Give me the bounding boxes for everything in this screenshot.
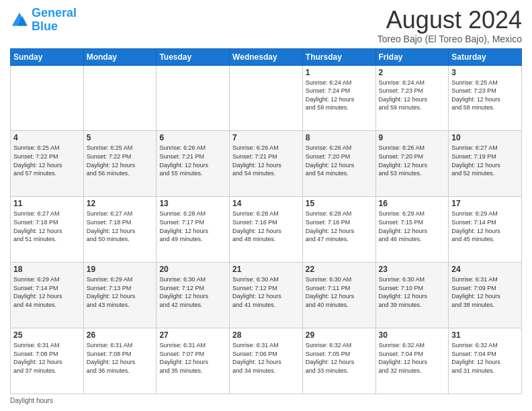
day-cell: 19Sunrise: 6:29 AM Sunset: 7:13 PM Dayli… (83, 263, 157, 328)
day-number: 23 (379, 265, 446, 274)
header-friday: Friday (375, 48, 449, 65)
day-info: Sunrise: 6:24 AM Sunset: 7:23 PM Dayligh… (379, 79, 446, 112)
day-info: Sunrise: 6:25 AM Sunset: 7:23 PM Dayligh… (451, 79, 519, 112)
day-number: 21 (232, 265, 300, 274)
day-info: Sunrise: 6:28 AM Sunset: 7:16 PM Dayligh… (306, 210, 373, 243)
day-info: Sunrise: 6:25 AM Sunset: 7:22 PM Dayligh… (87, 144, 154, 177)
day-cell: 7Sunrise: 6:26 AM Sunset: 7:21 PM Daylig… (230, 131, 303, 197)
header-tuesday: Tuesday (157, 48, 230, 65)
day-cell: 10Sunrise: 6:27 AM Sunset: 7:19 PM Dayli… (449, 131, 522, 197)
day-info: Sunrise: 6:29 AM Sunset: 7:15 PM Dayligh… (379, 210, 446, 243)
main-title: August 2024 (378, 7, 522, 34)
day-info: Sunrise: 6:26 AM Sunset: 7:20 PM Dayligh… (306, 144, 373, 177)
day-cell: 13Sunrise: 6:28 AM Sunset: 7:17 PM Dayli… (157, 197, 230, 263)
day-info: Sunrise: 6:31 AM Sunset: 7:07 PM Dayligh… (159, 341, 226, 375)
day-cell: 15Sunrise: 6:28 AM Sunset: 7:16 PM Dayli… (302, 197, 375, 263)
day-info: Sunrise: 6:28 AM Sunset: 7:17 PM Dayligh… (159, 210, 226, 243)
header: General Blue August 2024 Toreo Bajo (El … (10, 7, 522, 44)
day-cell: 9Sunrise: 6:26 AM Sunset: 7:20 PM Daylig… (375, 131, 449, 197)
day-cell: 29Sunrise: 6:32 AM Sunset: 7:05 PM Dayli… (302, 328, 375, 394)
day-cell: 20Sunrise: 6:30 AM Sunset: 7:12 PM Dayli… (157, 263, 230, 328)
day-info: Sunrise: 6:32 AM Sunset: 7:04 PM Dayligh… (379, 341, 446, 375)
day-cell: 22Sunrise: 6:30 AM Sunset: 7:11 PM Dayli… (302, 263, 375, 328)
day-cell: 8Sunrise: 6:26 AM Sunset: 7:20 PM Daylig… (302, 131, 375, 197)
header-saturday: Saturday (449, 48, 522, 65)
day-cell: 3Sunrise: 6:25 AM Sunset: 7:23 PM Daylig… (449, 65, 522, 131)
day-number: 31 (451, 330, 519, 340)
day-cell: 17Sunrise: 6:29 AM Sunset: 7:14 PM Dayli… (449, 197, 522, 263)
day-info: Sunrise: 6:30 AM Sunset: 7:12 PM Dayligh… (232, 275, 300, 309)
day-info: Sunrise: 6:29 AM Sunset: 7:13 PM Dayligh… (87, 275, 154, 309)
day-info: Sunrise: 6:31 AM Sunset: 7:08 PM Dayligh… (87, 341, 154, 375)
day-number: 24 (451, 265, 519, 274)
day-cell: 14Sunrise: 6:28 AM Sunset: 7:16 PM Dayli… (230, 197, 303, 263)
day-cell (157, 65, 230, 131)
day-cell: 27Sunrise: 6:31 AM Sunset: 7:07 PM Dayli… (157, 328, 230, 394)
day-info: Sunrise: 6:29 AM Sunset: 7:14 PM Dayligh… (451, 210, 519, 243)
week-row-3: 11Sunrise: 6:27 AM Sunset: 7:18 PM Dayli… (11, 197, 522, 263)
day-number: 17 (451, 199, 519, 208)
day-info: Sunrise: 6:27 AM Sunset: 7:18 PM Dayligh… (87, 210, 154, 243)
title-block: August 2024 Toreo Bajo (El Toreo Bajo), … (378, 7, 522, 44)
day-info: Sunrise: 6:28 AM Sunset: 7:16 PM Dayligh… (232, 210, 300, 243)
day-cell: 6Sunrise: 6:26 AM Sunset: 7:21 PM Daylig… (157, 131, 230, 197)
header-monday: Monday (83, 48, 157, 65)
day-number: 30 (379, 330, 446, 340)
logo-text: General Blue (32, 7, 77, 34)
page: General Blue August 2024 Toreo Bajo (El … (0, 0, 532, 411)
day-info: Sunrise: 6:25 AM Sunset: 7:22 PM Dayligh… (13, 144, 81, 177)
subtitle: Toreo Bajo (El Toreo Bajo), Mexico (378, 34, 522, 44)
day-info: Sunrise: 6:32 AM Sunset: 7:05 PM Dayligh… (306, 341, 373, 375)
header-wednesday: Wednesday (230, 48, 303, 65)
day-info: Sunrise: 6:30 AM Sunset: 7:10 PM Dayligh… (379, 275, 446, 309)
day-info: Sunrise: 6:27 AM Sunset: 7:18 PM Dayligh… (13, 210, 81, 243)
day-cell: 1Sunrise: 6:24 AM Sunset: 7:24 PM Daylig… (302, 65, 375, 131)
day-info: Sunrise: 6:26 AM Sunset: 7:20 PM Dayligh… (379, 144, 446, 177)
day-info: Sunrise: 6:30 AM Sunset: 7:11 PM Dayligh… (306, 275, 373, 309)
day-number: 22 (306, 265, 373, 274)
day-number: 16 (379, 199, 446, 208)
day-info: Sunrise: 6:27 AM Sunset: 7:19 PM Dayligh… (451, 144, 519, 177)
day-info: Sunrise: 6:31 AM Sunset: 7:09 PM Dayligh… (451, 275, 519, 309)
day-cell (230, 65, 303, 131)
day-info: Sunrise: 6:24 AM Sunset: 7:24 PM Dayligh… (306, 79, 373, 112)
day-cell: 31Sunrise: 6:32 AM Sunset: 7:04 PM Dayli… (449, 328, 522, 394)
day-cell: 23Sunrise: 6:30 AM Sunset: 7:10 PM Dayli… (375, 263, 449, 328)
day-number: 2 (379, 68, 446, 77)
week-row-5: 25Sunrise: 6:31 AM Sunset: 7:08 PM Dayli… (11, 328, 522, 394)
day-cell: 2Sunrise: 6:24 AM Sunset: 7:23 PM Daylig… (375, 65, 449, 131)
day-number: 15 (306, 199, 373, 208)
day-number: 28 (232, 330, 300, 340)
day-cell: 18Sunrise: 6:29 AM Sunset: 7:14 PM Dayli… (11, 263, 84, 328)
header-thursday: Thursday (302, 48, 375, 65)
day-number: 9 (379, 133, 446, 142)
day-number: 25 (13, 330, 81, 340)
day-number: 10 (451, 133, 519, 142)
day-cell: 5Sunrise: 6:25 AM Sunset: 7:22 PM Daylig… (83, 131, 157, 197)
header-sunday: Sunday (11, 48, 84, 65)
day-info: Sunrise: 6:26 AM Sunset: 7:21 PM Dayligh… (232, 144, 300, 177)
day-number: 29 (306, 330, 373, 340)
day-info: Sunrise: 6:31 AM Sunset: 7:06 PM Dayligh… (232, 341, 300, 375)
day-number: 20 (159, 265, 226, 274)
day-number: 26 (87, 330, 154, 340)
day-cell: 21Sunrise: 6:30 AM Sunset: 7:12 PM Dayli… (230, 263, 303, 328)
day-cell: 16Sunrise: 6:29 AM Sunset: 7:15 PM Dayli… (375, 197, 449, 263)
week-row-1: 1Sunrise: 6:24 AM Sunset: 7:24 PM Daylig… (11, 65, 522, 131)
day-number: 13 (159, 199, 226, 208)
day-cell: 11Sunrise: 6:27 AM Sunset: 7:18 PM Dayli… (11, 197, 84, 263)
day-info: Sunrise: 6:29 AM Sunset: 7:14 PM Dayligh… (13, 275, 81, 309)
day-info: Sunrise: 6:30 AM Sunset: 7:12 PM Dayligh… (159, 275, 226, 309)
day-info: Sunrise: 6:32 AM Sunset: 7:04 PM Dayligh… (451, 341, 519, 375)
day-cell: 4Sunrise: 6:25 AM Sunset: 7:22 PM Daylig… (11, 131, 84, 197)
logo: General Blue (10, 7, 77, 34)
day-number: 27 (159, 330, 226, 340)
footer-note: Daylight hours (10, 397, 522, 404)
day-number: 11 (13, 199, 81, 208)
week-row-2: 4Sunrise: 6:25 AM Sunset: 7:22 PM Daylig… (11, 131, 522, 197)
day-number: 18 (13, 265, 81, 274)
calendar-header-row: SundayMondayTuesdayWednesdayThursdayFrid… (11, 48, 522, 65)
day-number: 12 (87, 199, 154, 208)
day-info: Sunrise: 6:31 AM Sunset: 7:08 PM Dayligh… (13, 341, 81, 375)
day-number: 14 (232, 199, 300, 208)
